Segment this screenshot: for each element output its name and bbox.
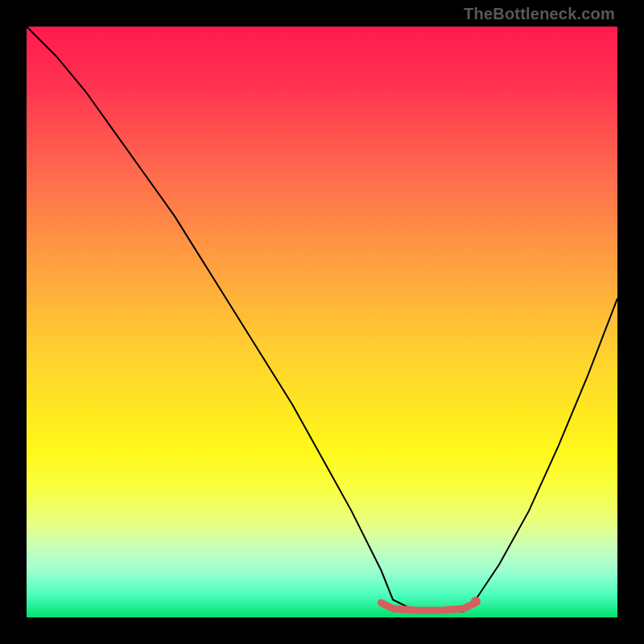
curve-layer	[27, 27, 617, 617]
bottleneck-curve	[27, 27, 617, 612]
chart-container: TheBottleneck.com	[0, 0, 644, 644]
optimal-band	[381, 603, 475, 611]
watermark-text: TheBottleneck.com	[464, 5, 615, 23]
optimal-marker	[471, 597, 481, 606]
